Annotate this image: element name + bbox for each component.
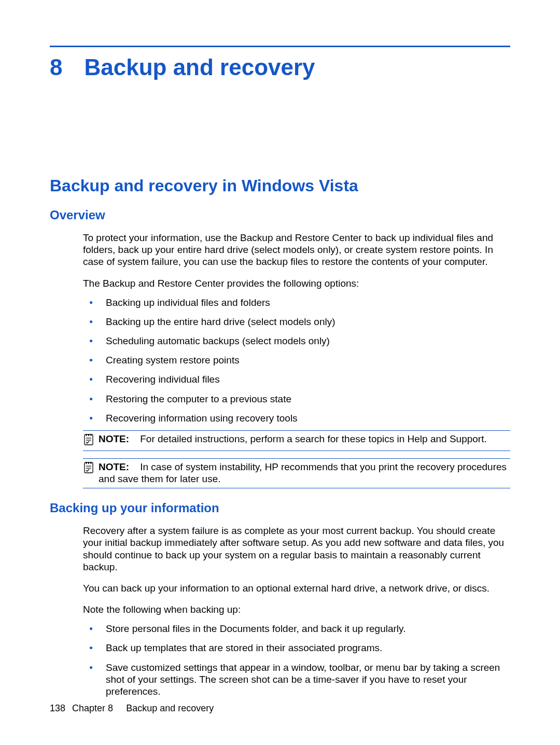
chapter-title: Backup and recovery (84, 54, 315, 80)
note-body: In case of system instability, HP recomm… (99, 461, 507, 484)
note-icon (83, 462, 94, 475)
overview-body: To protect your information, use the Bac… (83, 232, 510, 488)
overview-heading: Overview (50, 208, 510, 222)
overview-bullet-list: Backing up individual files and folders … (83, 297, 510, 424)
list-item: Recovering individual files (83, 373, 510, 385)
overview-para-1: To protect your information, use the Bac… (83, 232, 510, 268)
section-title: Backup and recovery in Windows Vista (50, 176, 510, 195)
svg-rect-3 (91, 434, 92, 436)
list-item: Creating system restore points (83, 354, 510, 366)
svg-rect-9 (91, 462, 92, 464)
overview-para-2: The Backup and Restore Center provides t… (83, 277, 510, 289)
list-item: Backing up individual files and folders (83, 297, 510, 308)
footer-chapter-label: Chapter 8 (72, 703, 113, 713)
page-number: 138 (50, 703, 65, 714)
backing-up-para-2: You can back up your information to an o… (83, 582, 510, 594)
list-item: Save customized settings that appear in … (83, 662, 510, 698)
note-label: NOTE: (99, 461, 129, 472)
svg-rect-1 (86, 434, 87, 436)
backing-up-para-3: Note the following when backing up: (83, 603, 510, 615)
list-item: Backing up the entire hard drive (select… (83, 316, 510, 328)
chapter-number: 8 (50, 54, 62, 80)
note-text: NOTE: For detailed instructions, perform… (99, 433, 487, 445)
backing-up-bullet-list: Store personal files in the Documents fo… (83, 623, 510, 697)
note-body: For detailed instructions, perform a sea… (140, 433, 487, 444)
page: 8 Backup and recovery Backup and recover… (0, 0, 560, 745)
svg-rect-2 (88, 434, 89, 436)
backing-up-heading: Backing up your information (50, 501, 510, 515)
footer-chapter-title: Backup and recovery (126, 703, 214, 713)
note-callout: NOTE: In case of system instability, HP … (83, 458, 510, 488)
chapter-heading: 8 Backup and recovery (50, 54, 510, 80)
list-item: Scheduling automatic backups (select mod… (83, 335, 510, 347)
chapter-rule (50, 46, 510, 47)
list-item: Store personal files in the Documents fo… (83, 623, 510, 635)
backing-up-body: Recovery after a system failure is as co… (83, 525, 510, 697)
note-label: NOTE: (99, 433, 129, 444)
backing-up-para-1: Recovery after a system failure is as co… (83, 525, 510, 573)
note-callout: NOTE: For detailed instructions, perform… (83, 430, 510, 451)
list-item: Back up templates that are stored in the… (83, 642, 510, 654)
list-item: Restoring the computer to a previous sta… (83, 393, 510, 405)
list-item: Recovering information using recovery to… (83, 412, 510, 424)
page-footer: 138 Chapter 8 Backup and recovery (50, 703, 214, 714)
note-icon (83, 434, 94, 447)
note-text: NOTE: In case of system instability, HP … (99, 461, 510, 485)
svg-rect-8 (88, 462, 89, 464)
svg-rect-7 (86, 462, 87, 464)
